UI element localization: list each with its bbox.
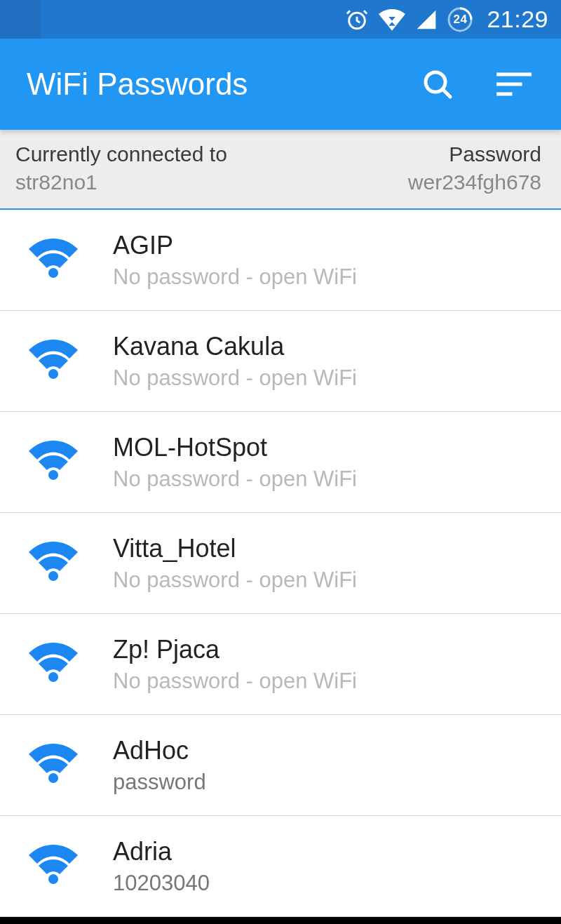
current-ssid-col: Currently connected to str82no1	[15, 142, 227, 194]
wifi-icon	[25, 534, 113, 593]
sort-icon[interactable]	[496, 70, 532, 98]
current-ssid-label: Currently connected to	[15, 142, 227, 166]
svg-point-7	[48, 268, 58, 278]
list-item[interactable]: MOL-HotSpot No password - open WiFi	[0, 412, 561, 513]
item-text: Kavana Cakula No password - open WiFi	[113, 332, 357, 391]
current-ssid-value: str82no1	[15, 170, 227, 194]
item-text: AGIP No password - open WiFi	[113, 231, 357, 290]
status-bar: 24 21:29	[0, 0, 561, 39]
current-password-label: Password	[449, 142, 541, 166]
item-text: MOL-HotSpot No password - open WiFi	[113, 433, 357, 492]
ssid-label: Vitta_Hotel	[113, 534, 357, 563]
status-time: 21:29	[487, 6, 548, 33]
wifi-icon	[25, 433, 113, 492]
list-item[interactable]: Vitta_Hotel No password - open WiFi	[0, 513, 561, 614]
ssid-label: AGIP	[113, 231, 357, 260]
item-text: Adria 10203040	[113, 837, 210, 896]
svg-point-8	[48, 369, 58, 379]
search-icon[interactable]	[421, 67, 454, 101]
data-badge-number: 24	[447, 7, 473, 32]
network-list[interactable]: AGIP No password - open WiFi Kavana Caku…	[0, 210, 561, 917]
item-text: AdHoc password	[113, 736, 206, 795]
svg-point-9	[48, 470, 58, 480]
ssid-label: Zp! Pjaca	[113, 635, 357, 664]
current-connection-panel[interactable]: Currently connected to str82no1 Password…	[0, 130, 561, 210]
alarm-icon	[345, 8, 369, 32]
svg-point-11	[48, 672, 58, 682]
password-label: No password - open WiFi	[113, 366, 357, 391]
list-item[interactable]: Adria 10203040	[0, 816, 561, 917]
list-item[interactable]: Kavana Cakula No password - open WiFi	[0, 311, 561, 412]
wifi-icon	[25, 837, 113, 896]
status-accent	[0, 0, 41, 39]
password-label: No password - open WiFi	[113, 669, 357, 694]
svg-point-12	[48, 773, 58, 783]
data-badge-icon: 24	[447, 7, 473, 32]
item-text: Zp! Pjaca No password - open WiFi	[113, 635, 357, 694]
app-bar: WiFi Passwords	[0, 39, 561, 130]
ssid-label: Adria	[113, 837, 210, 866]
wifi-icon	[25, 635, 113, 694]
ssid-label: AdHoc	[113, 736, 206, 765]
list-item[interactable]: Zp! Pjaca No password - open WiFi	[0, 614, 561, 715]
status-icons: 24 21:29	[345, 6, 548, 33]
password-label: password	[113, 770, 206, 795]
wifi-icon	[25, 231, 113, 290]
password-label: 10203040	[113, 871, 210, 896]
wifi-icon	[25, 736, 113, 795]
app-bar-actions	[421, 67, 540, 101]
cell-signal-icon	[415, 8, 438, 31]
wifi-status-icon	[379, 8, 405, 32]
password-label: No password - open WiFi	[113, 467, 357, 492]
current-password-col: Password wer234fgh678	[408, 142, 541, 194]
nav-bar	[0, 917, 561, 924]
app-title: WiFi Passwords	[27, 67, 421, 102]
list-item[interactable]: AGIP No password - open WiFi	[0, 210, 561, 311]
current-password-value: wer234fgh678	[408, 170, 541, 194]
list-item[interactable]: AdHoc password	[0, 715, 561, 816]
ssid-label: MOL-HotSpot	[113, 433, 357, 462]
wifi-icon	[25, 332, 113, 391]
ssid-label: Kavana Cakula	[113, 332, 357, 361]
svg-point-10	[48, 571, 58, 581]
password-label: No password - open WiFi	[113, 265, 357, 290]
password-label: No password - open WiFi	[113, 568, 357, 593]
item-text: Vitta_Hotel No password - open WiFi	[113, 534, 357, 593]
svg-point-13	[48, 874, 58, 884]
svg-line-3	[442, 89, 450, 97]
